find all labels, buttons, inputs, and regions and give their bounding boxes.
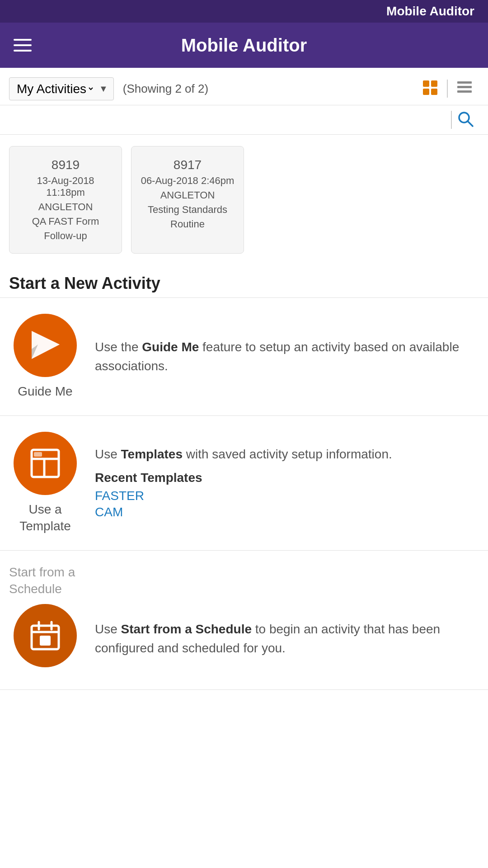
search-bar [0,105,488,135]
recent-templates: Recent Templates FASTER CAM [95,471,479,519]
schedule-label-area: Start from aSchedule [0,551,488,599]
section-title: Start a New Activity [9,274,160,292]
search-button[interactable] [456,110,474,130]
card-form: Testing Standards [148,204,227,216]
guide-me-icon-area[interactable]: Guide Me [9,314,81,400]
guide-me-label: Guide Me [18,383,72,400]
template-icon [27,445,63,481]
card-location: ANGLETON [38,201,93,213]
view-divider [447,80,448,98]
template-link-cam[interactable]: CAM [95,505,479,519]
card-type: Follow-up [44,230,87,242]
list-view-button[interactable] [450,77,479,100]
recent-templates-title: Recent Templates [95,471,479,485]
guide-me-description: Use the Guide Me feature to setup an act… [95,338,479,376]
template-bold: Templates [121,447,183,461]
svg-rect-4 [457,81,472,84]
svg-rect-15 [34,452,42,457]
search-divider [451,111,452,129]
card-type: Routine [170,218,205,230]
svg-rect-6 [457,90,472,93]
card-date: 06-Aug-2018 2:46pm [141,175,235,187]
svg-marker-10 [32,331,60,359]
header-title: Mobile Auditor [181,35,307,56]
card-location: ANGLETON [160,189,215,201]
use-template-section: Use aTemplate Use Templates with saved a… [0,416,488,551]
app-header: Mobile Auditor [0,23,488,68]
svg-rect-0 [423,80,429,87]
card-number: 8919 [52,158,80,172]
svg-rect-20 [40,636,51,646]
use-template-description: Use Templates with saved activity setup … [95,445,479,464]
schedule-bold: Start from a Schedule [121,622,252,636]
use-template-label: Use aTemplate [19,501,71,534]
svg-rect-2 [423,89,429,95]
table-row[interactable]: 8917 06-Aug-2018 2:46pm ANGLETON Testing… [131,146,244,254]
guide-me-bold: Guide Me [142,340,199,354]
use-template-content: Use Templates with saved activity setup … [95,445,479,521]
view-icons [416,77,479,100]
card-number: 8917 [174,158,202,172]
svg-rect-1 [431,80,437,87]
schedule-icon-circle [14,604,77,667]
template-link-faster[interactable]: FASTER [95,489,479,503]
schedule-description: Use Start from a Schedule to begin an ac… [95,620,479,658]
svg-rect-3 [431,89,437,95]
filter-bar: My Activities ▼ (Showing 2 of 2) [0,68,488,105]
filter-dropdown-arrow: ▼ [99,84,108,94]
svg-rect-5 [457,86,472,88]
schedule-action: Use Start from a Schedule to begin an ac… [0,599,488,689]
activity-filter-wrapper[interactable]: My Activities ▼ [9,77,114,100]
card-form: QA FAST Form [32,216,99,227]
svg-line-8 [468,121,473,126]
grid-icon [422,80,438,96]
status-bar: Mobile Auditor [0,0,488,23]
grid-view-button[interactable] [416,77,445,100]
new-activity-section-header: Start a New Activity [0,265,488,298]
activity-cards: 8919 13-Aug-2018 11:18pm ANGLETON QA FAS… [0,135,488,265]
card-date: 13-Aug-2018 11:18pm [19,175,113,198]
guide-me-icon-circle [14,314,77,377]
schedule-icon [27,618,63,654]
table-row[interactable]: 8919 13-Aug-2018 11:18pm ANGLETON QA FAS… [9,146,122,254]
use-template-icon-area[interactable]: Use aTemplate [9,432,81,534]
menu-button[interactable] [14,39,32,52]
list-icon [456,80,473,96]
schedule-section: Start from aSchedule Use Start from a Sc… [0,551,488,690]
activity-filter-select[interactable]: My Activities [15,81,94,96]
schedule-content: Use Start from a Schedule to begin an ac… [95,620,479,658]
filter-count: (Showing 2 of 2) [123,82,407,96]
schedule-label: Start from aSchedule [9,565,75,595]
status-bar-title: Mobile Auditor [386,4,474,19]
guide-me-content: Use the Guide Me feature to setup an act… [95,338,479,376]
guide-me-section: Guide Me Use the Guide Me feature to set… [0,298,488,416]
search-icon [456,110,474,128]
guide-me-icon [27,327,63,363]
schedule-icon-area[interactable] [9,604,81,674]
use-template-icon-circle [14,432,77,495]
